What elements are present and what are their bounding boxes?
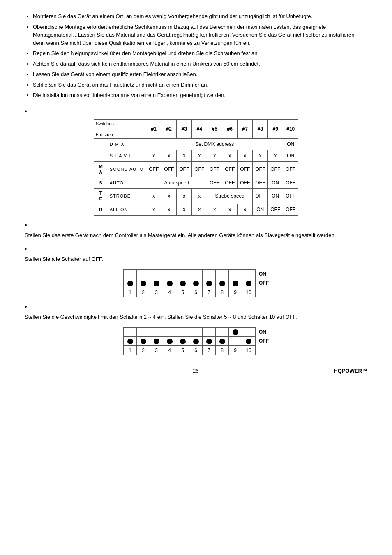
dip1-dot-2 — [137, 279, 150, 288]
col-header-9: #9 — [268, 119, 283, 138]
dip2-num-1: 1 — [124, 346, 137, 355]
mode-slave: S L A V E — [108, 150, 146, 161]
slave-9: x — [268, 150, 283, 161]
col-header-10: #10 — [283, 119, 298, 138]
strobe-8: OFF — [253, 189, 268, 204]
dip2-num-8: 8 — [216, 346, 229, 355]
auto-7: OFF — [238, 177, 253, 189]
dip2-num-4: 4 — [163, 346, 176, 355]
bullet-item-5: Lassen Sie das Gerät von einem qualifizi… — [33, 70, 367, 78]
sa-2: OFF — [161, 161, 177, 177]
auto-10: OFF — [283, 177, 298, 189]
col-header-6: #6 — [222, 119, 238, 138]
sa-3: OFF — [177, 161, 192, 177]
slave-4: x — [192, 150, 207, 161]
dip1-dot-9 — [229, 279, 242, 288]
row-auto: S AUTO Auto speed OFF OFF OFF OFF ON OFF — [94, 177, 298, 189]
dip1-on-1 — [124, 270, 137, 279]
dip1-on-6 — [189, 270, 203, 279]
col-header-2: #2 — [161, 119, 177, 138]
strobe-3: x — [177, 189, 192, 204]
slave-5: x — [207, 150, 222, 161]
dip1-on-10 — [242, 270, 255, 279]
sa-5: OFF — [207, 161, 222, 177]
strobe-10: OFF — [283, 189, 298, 204]
dip1-dot-3 — [150, 279, 163, 288]
strobe-speed-span: Strobe speed — [207, 189, 253, 204]
bullet-item-3: Regeln Sie den Neigungswinkel über den M… — [33, 49, 367, 58]
allon-7: x — [238, 204, 253, 215]
col-header-3: #3 — [177, 119, 192, 138]
switches-header: Switches — [96, 121, 145, 126]
auto-5: OFF — [207, 177, 222, 189]
dip2-dot-6 — [189, 337, 203, 346]
dip1-num-9: 9 — [229, 288, 242, 297]
dip1-on-4 — [163, 270, 176, 279]
dip1-on-5 — [176, 270, 189, 279]
dip2-on-1 — [124, 328, 137, 337]
dip2-on-6 — [189, 328, 203, 337]
dip2-on-7 — [203, 328, 216, 337]
dip2-dot-4 — [163, 337, 176, 346]
top-bullet-list: Montieren Sie das Gerät an einem Ort, an… — [25, 12, 367, 99]
dip1-num-4: 4 — [163, 288, 176, 297]
mode-sound-auto: SOUND AUTO — [108, 161, 146, 177]
dip2-num-9: 9 — [229, 346, 242, 355]
bullet-dot-2: • — [25, 221, 367, 229]
allon-1: x — [146, 204, 161, 215]
slave-3: x — [177, 150, 192, 161]
auto-8: OFF — [253, 177, 268, 189]
switches-table: Switches Function #1 #2 #3 #4 #5 #6 #7 #… — [94, 119, 299, 216]
bullet-item-7: Die Installation muss vor Inbetriebnahme… — [33, 91, 367, 99]
dip1-label-on: ON — [259, 269, 269, 279]
col-header-7: #7 — [238, 119, 253, 138]
bullet-dot-1: • — [25, 108, 367, 115]
col-header-5: #5 — [207, 119, 222, 138]
switches-table-wrapper: Switches Function #1 #2 #3 #4 #5 #6 #7 #… — [25, 119, 367, 216]
allon-10: OFF — [283, 204, 298, 215]
col-header-1: #1 — [146, 119, 161, 138]
allon-3: x — [177, 204, 192, 215]
dip1-dot-4 — [163, 279, 176, 288]
master-dmx — [94, 138, 108, 150]
dip2-on-4 — [163, 328, 176, 337]
dip1-on-9 — [229, 270, 242, 279]
dip1-on-8 — [216, 270, 229, 279]
row-slave: S L A V E x x x x x x x x x ON — [94, 150, 298, 161]
bullet-item-2: Oberirdische Montage erfordert erheblich… — [33, 23, 367, 47]
allon-6: x — [222, 204, 238, 215]
dip1-dot-1 — [124, 279, 137, 288]
dip1-on-2 — [137, 270, 150, 279]
allon-8: ON — [253, 204, 268, 215]
allon-4: x — [192, 204, 207, 215]
slave-10: ON — [283, 150, 298, 161]
dip2-dot-2 — [137, 337, 150, 346]
dip2-dot-10 — [242, 337, 255, 346]
dip2-dot-3 — [150, 337, 163, 346]
dip-switch-box-1: 1 2 3 4 5 6 7 8 9 10 — [123, 269, 256, 297]
function-header: Function — [96, 132, 145, 137]
master-slave — [94, 150, 108, 161]
mode-all-on: ALL ON — [108, 204, 146, 215]
col-header-4: #4 — [192, 119, 207, 138]
col-header-8: #8 — [253, 119, 268, 138]
dip2-on-3 — [150, 328, 163, 337]
page-number: 26 — [58, 368, 334, 374]
dip1-num-7: 7 — [203, 288, 216, 297]
slave-7: x — [238, 150, 253, 161]
dip2-num-3: 3 — [150, 346, 163, 355]
dip1-num-2: 2 — [137, 288, 150, 297]
sa-6: OFF — [222, 161, 238, 177]
paragraph-3: Stellen Sie die Geschwindigkeit mit den … — [25, 313, 367, 322]
dip1-num-10: 10 — [242, 288, 255, 297]
dip1-num-3: 3 — [150, 288, 163, 297]
page-footer: 26 HQPOWER™ — [25, 368, 367, 374]
dip-diagram-2: 1 2 3 4 5 6 7 8 9 10 ON OFF — [25, 327, 367, 355]
bullet-item-4: Achten Sie darauf, dass sich kein entfla… — [33, 60, 367, 68]
dip2-num-5: 5 — [176, 346, 189, 355]
dip2-label-off: OFF — [259, 336, 269, 345]
dip2-on-9 — [229, 328, 242, 337]
sa-7: OFF — [238, 161, 253, 177]
dip2-dot-1 — [124, 337, 137, 346]
dmx-address-span: Set DMX address — [146, 138, 283, 150]
